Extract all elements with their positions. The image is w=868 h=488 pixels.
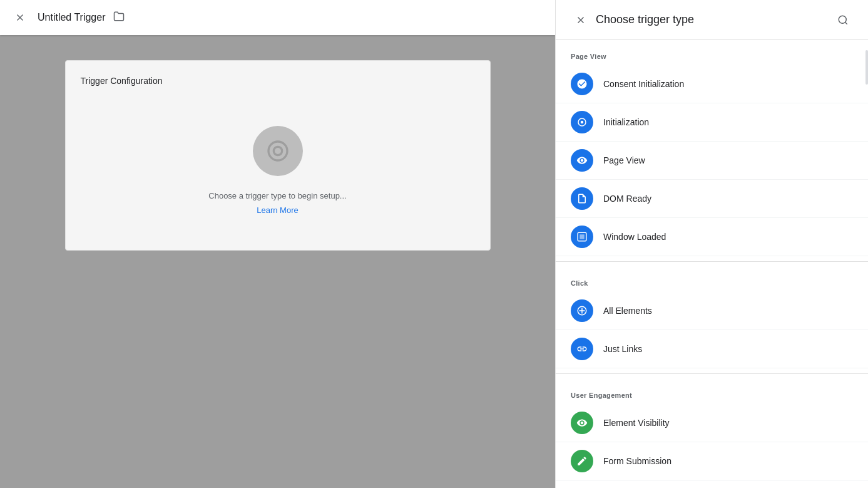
consent-initialization-label: Consent Initialization (603, 79, 684, 89)
initialization-label: Initialization (603, 117, 649, 127)
panel-scroll[interactable]: Page View Consent Initialization Initial… (556, 40, 868, 488)
left-panel: Untitled Trigger Trigger Configuration C… (0, 0, 555, 488)
svg-point-9 (581, 121, 584, 124)
all-elements-icon (571, 299, 593, 322)
form-submission-label: Form Submission (603, 456, 671, 466)
trigger-item-initialization[interactable]: Initialization (556, 103, 868, 142)
svg-point-6 (839, 16, 846, 23)
svg-point-2 (268, 142, 287, 160)
trigger-item-window-loaded[interactable]: Window Loaded (556, 218, 868, 256)
divider-2 (556, 373, 868, 374)
page-view-label: Page View (603, 155, 645, 165)
scrollbar-indicator (865, 50, 868, 85)
element-visibility-label: Element Visibility (603, 418, 670, 428)
trigger-item-all-elements[interactable]: All Elements (556, 292, 868, 330)
section-label-user-engagement: User Engagement (556, 379, 868, 404)
consent-init-icon (571, 73, 593, 95)
card-title: Trigger Configuration (81, 76, 475, 86)
divider-1 (556, 261, 868, 262)
card-hint: Choose a trigger type to begin setup... (208, 191, 346, 200)
right-panel: Choose trigger type Page View Consent In… (555, 0, 868, 488)
section-label-page-view: Page View (556, 40, 868, 65)
trigger-config-card: Trigger Configuration Choose a trigger t… (65, 60, 491, 251)
svg-rect-11 (580, 234, 585, 239)
trigger-item-element-visibility[interactable]: Element Visibility (556, 404, 868, 442)
trigger-item-dom-ready[interactable]: DOM Ready (556, 180, 868, 218)
panel-title: Choose trigger type (591, 13, 833, 26)
window-loaded-icon (571, 226, 593, 248)
trigger-item-just-links[interactable]: Just Links (556, 330, 868, 368)
section-label-click: Click (556, 267, 868, 292)
main-content: Trigger Configuration Choose a trigger t… (0, 35, 555, 488)
folder-icon[interactable] (113, 11, 125, 25)
just-links-icon (571, 338, 593, 360)
element-visibility-icon (571, 412, 593, 434)
learn-more-link[interactable]: Learn More (257, 205, 298, 215)
page-view-icon (571, 149, 593, 172)
window-loaded-label: Window Loaded (603, 232, 666, 242)
trigger-item-form-submission[interactable]: Form Submission (556, 442, 868, 480)
initialization-icon (571, 111, 593, 133)
close-trigger-button[interactable] (10, 8, 30, 28)
panel-close-button[interactable] (571, 10, 591, 30)
dom-ready-label: DOM Ready (603, 194, 651, 204)
dom-ready-icon (571, 187, 593, 210)
card-body: Choose a trigger type to begin setup... … (81, 106, 475, 235)
top-bar: Untitled Trigger (0, 0, 555, 35)
search-button[interactable] (833, 10, 853, 30)
svg-line-7 (845, 22, 847, 24)
svg-point-3 (273, 147, 282, 155)
trigger-item-page-view[interactable]: Page View (556, 142, 868, 180)
trigger-placeholder-icon (253, 126, 303, 176)
trigger-item-consent-initialization[interactable]: Consent Initialization (556, 65, 868, 103)
trigger-title: Untitled Trigger (38, 12, 106, 23)
panel-header: Choose trigger type (556, 0, 868, 40)
trigger-item-scroll-depth[interactable]: Scroll Depth (556, 480, 868, 488)
just-links-label: Just Links (603, 344, 642, 354)
all-elements-label: All Elements (603, 306, 652, 316)
form-submission-icon (571, 450, 593, 472)
